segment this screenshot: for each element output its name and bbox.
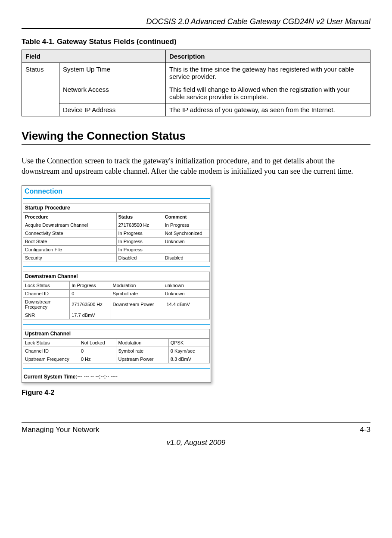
- cell-desc: The IP address of you gateway, as seen f…: [166, 103, 370, 116]
- cell: In Progress: [116, 245, 163, 253]
- cell: Lock Status: [23, 338, 79, 347]
- cell: 0: [70, 289, 111, 297]
- th-status: Status: [116, 213, 163, 221]
- footer-version: v1.0, August 2009: [22, 438, 370, 447]
- cell-field: Device IP Address: [59, 103, 166, 116]
- cell: -14.4 dBmV: [163, 297, 209, 311]
- blue-divider: [23, 368, 210, 369]
- cell: [163, 245, 209, 253]
- table-caption: Table 4-1. Gateway Status Fields (contin…: [22, 38, 370, 46]
- cell: In Progress: [70, 281, 111, 289]
- fields-table: Field Description Status System Up Time …: [22, 50, 370, 116]
- header-divider: [22, 28, 370, 29]
- cell-desc: This field will change to Allowed when t…: [166, 83, 370, 103]
- downstream-table: Lock StatusIn ProgressModulationunknown …: [23, 281, 210, 319]
- th-description: Description: [166, 50, 370, 63]
- upstream-label: Upstream Channel: [23, 329, 210, 338]
- cell-field: System Up Time: [59, 63, 166, 83]
- page-number: 4-3: [360, 425, 370, 434]
- cell: 8.3 dBmV: [168, 355, 209, 363]
- cell: Connectivity State: [23, 229, 117, 237]
- startup-label: Startup Procedure: [23, 203, 210, 213]
- cell: [111, 311, 163, 319]
- cell: Symbol rate: [116, 347, 168, 355]
- th-field: Field: [22, 50, 166, 63]
- cell: 271763500 Hz: [116, 221, 163, 229]
- cell: Channel ID: [23, 347, 79, 355]
- cell: Downstream Power: [111, 297, 163, 311]
- cell: In Progress: [163, 221, 209, 229]
- cell: Configuration File: [23, 245, 117, 253]
- cell: Downstream Frequency: [23, 297, 70, 311]
- cell: Security: [23, 253, 117, 262]
- cell: 0 Hz: [79, 355, 116, 363]
- downstream-label: Downstream Channel: [23, 272, 210, 281]
- cell: 0: [79, 347, 116, 355]
- cell: Disabled: [163, 253, 209, 262]
- startup-table: Procedure Status Comment Acquire Downstr…: [23, 213, 210, 262]
- cell: SNR: [23, 311, 70, 319]
- upstream-table: Lock StatusNot LockedModulationQPSK Chan…: [23, 338, 210, 363]
- cell: Lock Status: [23, 281, 70, 289]
- blue-divider: [23, 266, 210, 267]
- cell: [163, 311, 209, 319]
- cell: Boot State: [23, 237, 117, 245]
- cell: Symbol rate: [111, 289, 163, 297]
- cell: Modulation: [111, 281, 163, 289]
- current-time: Current System Time:--- --- -- --:--:-- …: [23, 373, 210, 382]
- cell: Modulation: [116, 338, 168, 347]
- cell-desc: This is the time since the gateway has r…: [166, 63, 370, 83]
- cell: Channel ID: [23, 289, 70, 297]
- document-header: DOCSIS 2.0 Advanced Cable Gateway CGD24N…: [22, 17, 370, 26]
- cell: Not Synchronized: [163, 229, 209, 237]
- cell: 17.7 dBmV: [70, 311, 111, 319]
- cell: 0 Ksym/sec: [168, 347, 209, 355]
- cell: Not Locked: [79, 338, 116, 347]
- th-procedure: Procedure: [23, 213, 117, 221]
- section-paragraph: Use the Connection screen to track the g…: [22, 156, 370, 177]
- footer-left: Managing Your Network: [22, 425, 100, 434]
- table-row: Network Access This field will change to…: [22, 83, 370, 103]
- cell: Unknown: [163, 289, 209, 297]
- cell: 271763500 Hz: [70, 297, 111, 311]
- cell: Upstream Power: [116, 355, 168, 363]
- footer-divider: [22, 422, 370, 423]
- cell-field: Network Access: [59, 83, 166, 103]
- cell: In Progress: [116, 237, 163, 245]
- cell: Disabled: [116, 253, 163, 262]
- screenshot-title: Connection: [23, 187, 210, 198]
- cell: In Progress: [116, 229, 163, 237]
- table-row: Device IP Address The IP address of you …: [22, 103, 370, 116]
- section-heading: Viewing the Connection Status: [22, 129, 370, 143]
- cell: Acquire Downstream Channel: [23, 221, 117, 229]
- blue-divider: [23, 324, 210, 325]
- footer: Managing Your Network 4-3 v1.0, August 2…: [22, 422, 370, 447]
- cell: Upstream Frequency: [23, 355, 79, 363]
- table-row: Status System Up Time This is the time s…: [22, 63, 370, 83]
- cell: Unknown: [163, 237, 209, 245]
- blue-divider: [23, 198, 210, 199]
- cell-group: Status: [22, 63, 59, 116]
- th-comment: Comment: [163, 213, 209, 221]
- section-divider: [22, 144, 370, 145]
- connection-screenshot: Connection Startup Procedure Procedure S…: [22, 185, 211, 383]
- figure-label: Figure 4-2: [22, 389, 370, 397]
- cell: unknown: [163, 281, 209, 289]
- cell: QPSK: [168, 338, 209, 347]
